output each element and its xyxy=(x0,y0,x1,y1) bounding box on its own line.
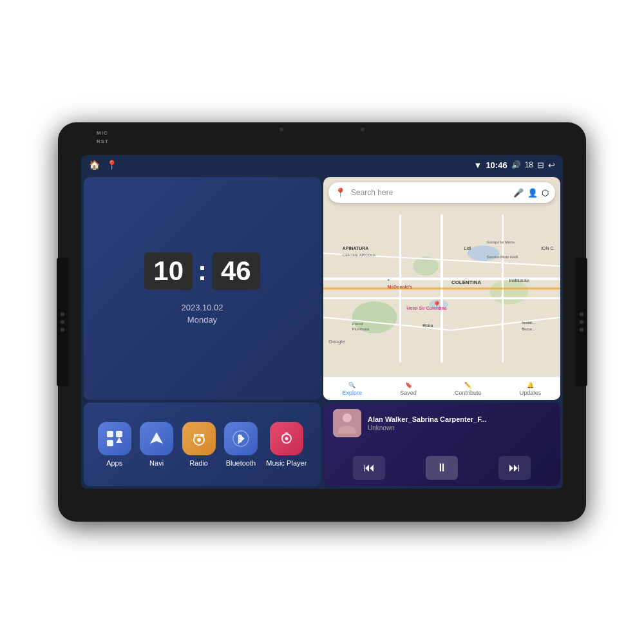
svg-text:Service Moto RAR: Service Moto RAR xyxy=(487,255,519,259)
date-display: 2023.10.02 Monday xyxy=(181,303,223,325)
svg-text:Institutului: Institutului xyxy=(509,278,529,283)
saved-label: Saved xyxy=(400,390,417,396)
svg-text:Roka: Roka xyxy=(422,323,433,328)
clock-hours: 10 xyxy=(144,252,193,290)
music-panel: Alan Walker_Sabrina Carpenter_F... Unkno… xyxy=(323,402,560,486)
svg-point-47 xyxy=(343,413,352,422)
svg-text:Plumbuita: Plumbuita xyxy=(352,327,370,331)
map-tab-contribute[interactable]: ✏️ Contribute xyxy=(455,382,482,396)
map-panel[interactable]: 📍 Search here 🎤 👤 ⬡ xyxy=(323,177,560,400)
status-left: 🏠 📍 xyxy=(89,160,117,170)
app-item-radio[interactable]: FM Radio xyxy=(182,422,216,467)
play-pause-button[interactable]: ⏸ xyxy=(426,456,458,480)
svg-point-45 xyxy=(285,437,288,440)
bluetooth-label: Bluetooth xyxy=(226,459,256,467)
status-bar: 🏠 📍 ▼ 10:46 🔊 18 ⊟ ↩ xyxy=(81,155,563,175)
navi-label: Navi xyxy=(149,459,164,467)
music-text: Alan Walker_Sabrina Carpenter_F... Unkno… xyxy=(368,415,551,431)
clock-minutes: 46 xyxy=(212,252,260,290)
top-holes xyxy=(279,128,365,131)
home-icon[interactable]: 🏠 xyxy=(89,160,100,170)
wifi-icon: ▼ xyxy=(474,160,482,170)
music-info: Alan Walker_Sabrina Carpenter_F... Unkno… xyxy=(333,409,551,437)
svg-text:📍: 📍 xyxy=(432,300,442,310)
map-svg: APINATURA CENTRE APICOLE Lidl Garajul lu… xyxy=(323,177,560,400)
svg-text:CENTRE APICOLE: CENTRE APICOLE xyxy=(343,253,376,257)
album-art xyxy=(333,409,361,437)
album-art-placeholder xyxy=(333,409,361,437)
explore-icon: 🔍 xyxy=(348,382,355,388)
screen: 🏠 📍 ▼ 10:46 🔊 18 ⊟ ↩ 10 : 46 xyxy=(81,155,563,489)
apps-panel: Apps Navi xyxy=(84,402,321,486)
search-placeholder[interactable]: Search here xyxy=(351,188,508,197)
car-unit: MIC RST 🏠 📍 ▼ 10:46 🔊 18 ⊟ ↩ xyxy=(58,122,586,522)
status-right: ▼ 10:46 🔊 18 ⊟ ↩ xyxy=(474,160,555,170)
side-detail-right xyxy=(576,258,587,386)
radio-label: Radio xyxy=(189,459,208,467)
app-item-navi[interactable]: Navi xyxy=(140,422,173,467)
radio-icon: FM xyxy=(182,422,216,455)
svg-text:Bucur...: Bucur... xyxy=(522,327,535,331)
map-tab-saved[interactable]: 🔖 Saved xyxy=(400,382,417,396)
clock-panel: 10 : 46 2023.10.02 Monday xyxy=(84,177,321,400)
prev-button[interactable]: ⏮ xyxy=(353,456,385,480)
map-search-icons: 🎤 👤 ⬡ xyxy=(513,188,549,198)
app-item-bluetooth[interactable]: Bluetooth xyxy=(224,422,258,467)
apps-icon xyxy=(98,422,131,455)
mic-label: MIC xyxy=(97,130,109,136)
maps-icon[interactable]: 📍 xyxy=(106,160,117,170)
svg-marker-36 xyxy=(116,437,122,443)
app-item-music[interactable]: Music Player xyxy=(266,422,307,467)
contribute-label: Contribute xyxy=(455,390,482,396)
svg-text:Garajul lui Mortu: Garajul lui Mortu xyxy=(487,240,515,244)
svg-text:APINATURA: APINATURA xyxy=(343,246,368,251)
svg-text:Google: Google xyxy=(328,339,345,345)
window-icon: ⊟ xyxy=(537,160,544,170)
svg-text:Institit...: Institit... xyxy=(522,321,535,325)
top-bar: MIC RST xyxy=(97,130,109,144)
music-player-icon xyxy=(270,422,303,455)
svg-rect-33 xyxy=(107,431,113,437)
music-title: Alan Walker_Sabrina Carpenter_F... xyxy=(368,415,551,423)
map-pin-icon: 📍 xyxy=(335,187,346,198)
svg-marker-37 xyxy=(150,432,163,444)
music-player-label: Music Player xyxy=(266,459,307,467)
top-hole-left xyxy=(279,128,283,131)
svg-point-39 xyxy=(197,438,201,442)
navi-icon xyxy=(140,422,173,455)
mic-search-icon[interactable]: 🎤 xyxy=(513,188,524,198)
next-button[interactable]: ⏭ xyxy=(498,456,531,480)
account-icon[interactable]: 👤 xyxy=(527,188,538,198)
contribute-icon: ✏️ xyxy=(464,382,471,388)
svg-text:FM: FM xyxy=(196,434,200,437)
svg-text:Lidl: Lidl xyxy=(464,246,471,251)
volume-icon: 🔊 xyxy=(511,160,521,169)
side-detail-left xyxy=(57,258,68,386)
back-icon[interactable]: ↩ xyxy=(548,160,555,170)
rst-label: RST xyxy=(97,138,109,144)
map-tab-explore[interactable]: 🔍 Explore xyxy=(343,382,363,396)
bottom-section: Apps Navi xyxy=(84,402,560,486)
map-tab-updates[interactable]: 🔔 Updates xyxy=(520,382,542,396)
top-hole-right xyxy=(361,128,365,131)
svg-text:ION C: ION C xyxy=(541,246,553,251)
svg-rect-34 xyxy=(116,431,122,437)
map-search-bar[interactable]: 📍 Search here 🎤 👤 ⬡ xyxy=(328,182,555,203)
date-day: Monday xyxy=(181,315,223,325)
music-controls: ⏮ ⏸ ⏭ xyxy=(333,456,551,480)
date-value: 2023.10.02 xyxy=(181,303,223,312)
music-artist: Unknown xyxy=(368,424,551,431)
svg-text:•: • xyxy=(387,276,390,283)
bluetooth-icon xyxy=(224,422,258,455)
svg-rect-35 xyxy=(107,440,113,446)
status-time: 10:46 xyxy=(486,160,507,170)
map-bottom-bar: 🔍 Explore 🔖 Saved ✏️ Contribute 🔔 Update… xyxy=(323,377,560,400)
clock-colon: : xyxy=(198,258,207,285)
layers-icon[interactable]: ⬡ xyxy=(542,188,549,198)
clock-display: 10 : 46 xyxy=(144,252,260,290)
app-item-apps[interactable]: Apps xyxy=(98,422,131,467)
updates-label: Updates xyxy=(520,390,542,396)
svg-text:McDonald's: McDonald's xyxy=(387,285,412,289)
main-content: 10 : 46 2023.10.02 Monday 📍 Search here … xyxy=(81,175,563,489)
apps-label: Apps xyxy=(106,459,122,467)
